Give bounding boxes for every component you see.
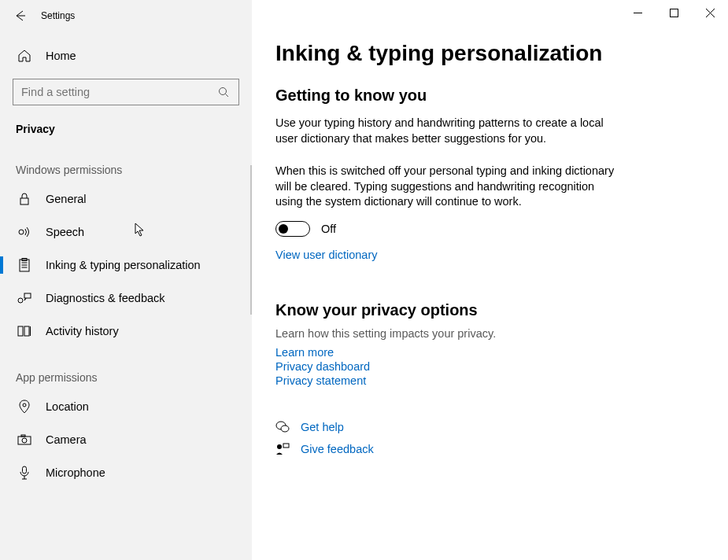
speech-icon (17, 225, 31, 239)
activity-icon (17, 324, 31, 338)
search-icon (216, 85, 231, 99)
svg-point-24 (281, 426, 289, 432)
sidebar-item-camera[interactable]: Camera (0, 423, 252, 456)
lock-icon (17, 192, 31, 206)
toggle-knob (279, 224, 288, 234)
privacy-links: Learn more Privacy dashboard Privacy sta… (275, 346, 704, 387)
title-bar: Settings (0, 0, 252, 31)
category-label: Privacy (0, 105, 252, 140)
description-text: When this is switched off your personal … (275, 164, 622, 210)
sidebar-item-label: Location (46, 400, 89, 413)
svg-point-9 (18, 298, 23, 303)
sidebar: Settings Home Privacy Windows permission… (0, 0, 252, 560)
svg-rect-11 (18, 326, 23, 336)
sidebar-item-diagnostics[interactable]: Diagnostics & feedback (0, 282, 252, 315)
personalization-toggle[interactable] (275, 221, 310, 237)
toggle-row: Off (275, 221, 704, 237)
search-box[interactable] (13, 79, 239, 105)
sidebar-item-general[interactable]: General (0, 182, 252, 216)
sidebar-item-label: Diagnostics & feedback (46, 292, 165, 304)
toggle-state-label: Off (321, 223, 336, 235)
svg-line-1 (225, 94, 228, 97)
home-label: Home (46, 50, 76, 62)
feedback-person-icon (275, 442, 290, 456)
window-controls (619, 0, 728, 25)
section-windows-permissions: Windows permissions (0, 140, 252, 182)
section-app-permissions: App permissions (0, 348, 252, 390)
view-dictionary-link[interactable]: View user dictionary (275, 249, 378, 261)
location-icon (17, 400, 31, 414)
arrow-left-icon (13, 9, 27, 23)
svg-rect-26 (283, 444, 289, 448)
home-icon (17, 49, 31, 63)
svg-rect-2 (20, 198, 28, 204)
sidebar-item-label: Speech (46, 226, 84, 238)
sidebar-item-inking[interactable]: Inking & typing personalization (0, 249, 252, 282)
back-button[interactable] (8, 4, 31, 28)
svg-rect-18 (23, 466, 27, 473)
clipboard-icon (17, 258, 31, 272)
svg-point-25 (277, 444, 282, 449)
maximize-button[interactable] (656, 0, 692, 25)
get-help-label: Get help (301, 421, 344, 433)
svg-rect-17 (21, 435, 25, 437)
sidebar-item-label: General (46, 193, 87, 205)
sidebar-item-label: Camera (46, 433, 87, 446)
section-heading-getting-to-know: Getting to know you (275, 87, 704, 105)
learn-more-link[interactable]: Learn more (275, 346, 704, 359)
main-content: Inking & typing personalization Getting … (252, 0, 728, 560)
sidebar-item-location[interactable]: Location (0, 390, 252, 423)
page-title: Inking & typing personalization (275, 41, 704, 66)
search-input[interactable] (21, 86, 216, 98)
sidebar-item-label: Inking & typing personalization (46, 259, 201, 271)
camera-icon (17, 433, 31, 447)
close-button[interactable] (692, 0, 728, 25)
privacy-subtext: Learn how this setting impacts your priv… (275, 327, 704, 340)
section-heading-privacy-options: Know your privacy options (275, 301, 704, 319)
minimize-button[interactable] (619, 0, 656, 25)
app-title: Settings (41, 10, 75, 21)
svg-point-3 (19, 230, 24, 234)
sidebar-item-label: Activity history (46, 325, 119, 337)
sidebar-item-speech[interactable]: Speech (0, 216, 252, 249)
svg-rect-20 (670, 9, 678, 17)
privacy-dashboard-link[interactable]: Privacy dashboard (275, 360, 704, 373)
privacy-statement-link[interactable]: Privacy statement (275, 374, 704, 387)
nav-list-windows: General Speech Inking & typing personali… (0, 182, 252, 348)
svg-point-0 (219, 87, 226, 94)
microphone-icon (17, 466, 31, 480)
home-nav[interactable]: Home (0, 41, 252, 71)
help-icon (275, 420, 290, 434)
svg-point-16 (22, 438, 27, 443)
search-wrap (13, 79, 239, 105)
get-help-link[interactable]: Get help (275, 420, 704, 434)
sidebar-item-microphone[interactable]: Microphone (0, 456, 252, 489)
feedback-icon (17, 291, 31, 305)
nav-list-app: Location Camera Microphone (0, 390, 252, 489)
give-feedback-label: Give feedback (301, 443, 374, 455)
give-feedback-link[interactable]: Give feedback (275, 442, 704, 456)
description-text: Use your typing history and handwriting … (275, 116, 622, 146)
svg-rect-12 (24, 326, 29, 336)
svg-rect-10 (24, 293, 31, 298)
help-section: Get help Give feedback (275, 420, 704, 456)
sidebar-item-label: Microphone (46, 466, 105, 479)
svg-point-14 (23, 403, 26, 407)
sidebar-item-activity[interactable]: Activity history (0, 315, 252, 348)
